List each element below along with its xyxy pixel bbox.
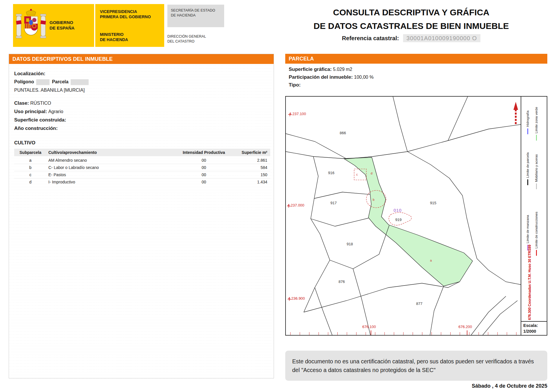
direccion-general-label: DIRECCIÓN GENERAL DEL CATASTRO (167, 34, 206, 44)
cell-superficie: 150 (237, 171, 270, 178)
table-row: c E- Pastos 00 150 (14, 171, 270, 178)
document-date: Sábado , 4 de Octubre de 2025 (472, 383, 547, 389)
cultivo-table: Subparcela Cultivo/aprovechamiento Inten… (14, 149, 270, 185)
zona-verde-swatch (536, 135, 537, 141)
participacion-line: Participación del inmueble: 100,00 % (289, 74, 374, 80)
reference-label: Referencia catastral: (342, 35, 399, 41)
cadastral-reference: Referencia catastral:30001A010009190000 … (275, 35, 547, 42)
col-cultivo: Cultivo/aprovechamiento (47, 149, 171, 157)
parcela-label: Parcela (52, 79, 68, 84)
north-arrow-icon (513, 102, 518, 124)
legend-label: Mobiliario y aceras (535, 154, 538, 182)
participacion-label: Participación del inmueble: (289, 74, 353, 80)
cell-cultivo: I- Improductivo (47, 178, 171, 186)
scale-box: Escala: 1/2000 (521, 321, 547, 335)
disclaimer-note: Este documento no es una certificación c… (285, 351, 547, 381)
clase-value: RÚSTICO (30, 101, 51, 106)
parcel-number: 877 (416, 301, 423, 306)
map-canvas (286, 97, 521, 335)
government-header: GOBIERNO DE ESPAÑA VICEPRESIDENCIA PRIME… (13, 4, 164, 47)
poligono-parcela-line: PolígonoParcela (14, 79, 270, 85)
ministry-block: VICEPRESIDENCIA PRIMERA DEL GOBIERNO MIN… (95, 4, 164, 47)
parcel-number: 915 (430, 201, 436, 205)
cell-intensidad: 00 (171, 178, 237, 186)
mobiliario-swatch (536, 183, 537, 189)
legend-label: Límite de parcela (526, 152, 529, 178)
subparcel-letter: a (430, 259, 432, 262)
hidrografia-swatch (527, 128, 528, 134)
legend-label: Límite de construcciones (535, 212, 538, 249)
cell-intensidad: 00 (171, 171, 237, 178)
uso-value: Agrario (48, 109, 63, 114)
parcel-number: 916 (328, 171, 334, 175)
secretaria-estado-box: SECRETARÍA DE ESTADO DE HACIENDA (167, 5, 224, 27)
anio-construccion-label: Año construcción: (14, 126, 270, 131)
clase-label: Clase: (14, 100, 29, 106)
map-legend: Hidrografía Límite zona verde Límite de … (521, 97, 547, 335)
participacion-value: 100,00 % (354, 75, 374, 80)
utm-coordinates-note: 676.300 Coordenadas U.T.M. Huso 30 ETRS8… (528, 245, 532, 320)
vicepresidencia-label: VICEPRESIDENCIA PRIMERA DEL GOBIERNO (100, 9, 160, 19)
cell-subparcela: b (14, 164, 47, 171)
table-row: b C- Labor o Labradío secano 00 584 (14, 164, 270, 171)
legend-label: Límite de manzana (526, 215, 529, 243)
cell-subparcela: c (14, 171, 47, 178)
coord-label: 4.237.000 (288, 203, 304, 207)
gobierno-espana-block: GOBIERNO DE ESPAÑA (13, 4, 94, 47)
cultivo-title: CULTIVO (14, 140, 270, 146)
parcel-number: 918 (347, 242, 353, 246)
cell-intensidad: 00 (171, 157, 237, 164)
title-line-1: CONSULTA DESCRIPTIVA Y GRÁFICA (275, 6, 547, 19)
cell-cultivo: C- Labor o Labradío secano (47, 164, 171, 171)
highlighted-parcel-shape (344, 157, 473, 286)
cell-intensidad: 00 (171, 164, 237, 171)
legend-entry: Límite zona verde (535, 107, 538, 141)
cell-subparcela: d (14, 178, 47, 186)
localizacion-label: Localización: (14, 71, 270, 77)
descriptive-data-panel: DATOS DESCRIPTIVOS DEL INMUEBLE Localiza… (9, 54, 274, 378)
document-title: CONSULTA DESCRIPTIVA Y GRÁFICA DE DATOS … (275, 6, 547, 42)
tipo-label: Tipo: (289, 82, 301, 88)
cell-cultivo: E- Pastos (47, 171, 171, 178)
scale-label: Escala: (523, 323, 545, 328)
coord-label: 4.236.900 (288, 296, 305, 301)
table-header-row: Subparcela Cultivo/aprovechamiento Inten… (14, 149, 270, 157)
cell-superficie: 1.434 (237, 178, 270, 186)
title-line-2: DE DATOS CATASTRALES DE BIEN INMUEBLE (275, 19, 547, 33)
superficie-construida-label: Superficie construida: (14, 117, 270, 123)
col-subparcela: Subparcela (14, 149, 47, 157)
descriptive-data-header: DATOS DESCRIPTIVOS DEL INMUEBLE (9, 54, 274, 64)
superficie-grafica-label: Superficie gráfica: (289, 67, 332, 72)
parcela-redaction (71, 79, 89, 85)
legend-label: Hidrografía (526, 111, 529, 127)
bottom-ticks (290, 332, 516, 335)
col-intensidad: Intensidad Productiva (171, 149, 237, 157)
gobierno-espana-label: GOBIERNO DE ESPAÑA (50, 20, 74, 31)
spain-coat-of-arms-icon (16, 8, 46, 43)
coord-label: 4.237.100 (289, 112, 306, 116)
cell-cultivo: AM Almendro secano (47, 157, 171, 164)
legend-label: Límite zona verde (535, 107, 538, 133)
subparcel-letter: d (371, 172, 372, 175)
uso-line: Uso principal: Agrario (14, 109, 270, 115)
superficie-grafica-value: 5.029 m2 (333, 67, 352, 72)
parcela-header: PARCELA (285, 54, 547, 64)
cadastral-document: GOBIERNO DE ESPAÑA VICEPRESIDENCIA PRIME… (0, 0, 556, 392)
parcel-number: 919 (395, 218, 402, 222)
clase-line: Clase: RÚSTICO (14, 100, 270, 106)
limite-parcela-swatch (527, 179, 528, 185)
municipio-value: PUNTALES. ABANILLA [MURCIA] (14, 88, 270, 93)
superficie-grafica-line: Superficie gráfica: 5.029 m2 (289, 67, 374, 72)
table-row: d I- Improductivo 00 1.434 (14, 178, 270, 186)
scale-value: 1/2000 (523, 328, 545, 334)
parcel-number: 866 (340, 131, 346, 135)
cell-superficie: 2.861 (237, 157, 270, 164)
cell-subparcela: a (14, 157, 47, 164)
parcel-number: 917 (330, 201, 337, 205)
legend-entry: Límite de parcela (526, 152, 529, 185)
reference-value: 30001A010009190000 O (403, 34, 481, 42)
coord-label: 676.100 (362, 325, 376, 329)
subparcel-letter: b (373, 198, 374, 201)
highlight-parcel-number: 010 (394, 208, 402, 213)
parcel-boundaries (286, 97, 521, 335)
